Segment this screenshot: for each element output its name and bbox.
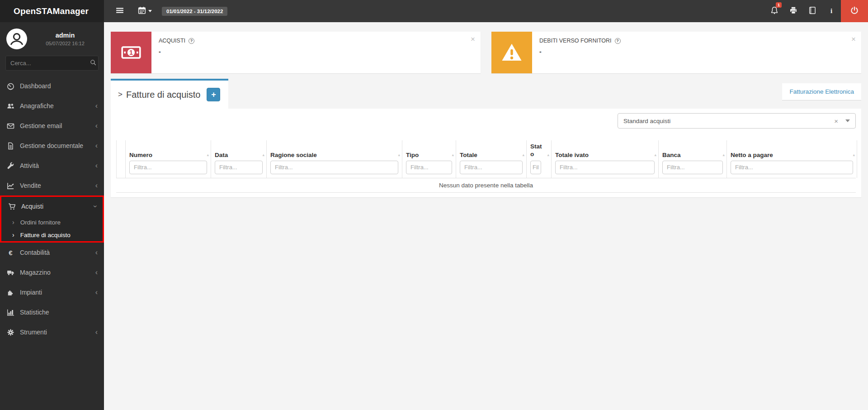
widget-debiti-verso-fornitori: DEBITI VERSO FORNITORI ? - ×: [491, 32, 861, 73]
main-content: 1 ACQUISTI ? - × DEBITI VERSO FORNITORI …: [104, 22, 868, 410]
sort-icon[interactable]: ▴: [398, 153, 400, 157]
logout-button[interactable]: [841, 0, 868, 22]
column-label: Ragione sociale: [270, 152, 398, 158]
filter-input-totale[interactable]: [460, 161, 523, 174]
sidebar-item-strumenti[interactable]: Strumenti ‹: [0, 322, 104, 342]
sidebar: admin 05/07/2022 16:12 Dashboard Anagraf…: [0, 22, 104, 410]
sidebar-item-label: Attività: [20, 162, 90, 169]
power-icon: [850, 6, 859, 16]
sidebar-subitem-label: Fatture di acquisto: [20, 232, 71, 238]
docs-button[interactable]: [803, 0, 822, 22]
widget-value: -: [539, 48, 621, 55]
chevron-left-icon: ‹: [95, 289, 98, 296]
sidebar-item-label: Impianti: [20, 289, 90, 296]
avatar[interactable]: [6, 29, 27, 49]
sidebar-item-statistiche[interactable]: Statistiche: [0, 302, 104, 322]
sort-icon[interactable]: ▴: [853, 153, 855, 157]
sort-icon[interactable]: ▴: [654, 153, 656, 157]
user-panel: admin 05/07/2022 16:12: [0, 22, 104, 54]
page-title: Fatture di acquisto: [126, 90, 201, 100]
column-numero: Numero ▴: [125, 140, 211, 178]
calendar-button[interactable]: [133, 0, 156, 22]
sort-icon[interactable]: ▴: [547, 153, 549, 157]
statistics-icon: [6, 309, 15, 316]
sidebar-item-label: Vendite: [20, 182, 90, 189]
sort-icon[interactable]: ▴: [207, 153, 209, 157]
search-icon[interactable]: [90, 59, 96, 67]
sidebar-item-vendite[interactable]: Vendite ‹: [0, 176, 104, 195]
sidebar-item-ordini-fornitore[interactable]: › Ordini fornitore: [1, 216, 103, 229]
column-banca: Banca ▴: [658, 140, 726, 178]
search-input[interactable]: [10, 60, 90, 67]
sidebar-item-dashboard[interactable]: Dashboard: [0, 76, 104, 96]
filter-input-ragione-sociale[interactable]: [270, 161, 398, 174]
sort-icon[interactable]: ▴: [522, 153, 524, 157]
fatturazione-elettronica-link[interactable]: Fatturazione Elettronica: [789, 88, 854, 95]
sidebar-toggle-button[interactable]: [110, 0, 129, 22]
caret-down-icon: [148, 10, 152, 12]
column-stato: Stato ▴: [526, 140, 551, 178]
sidebar-item-label: Strumenti: [20, 329, 90, 336]
sort-icon[interactable]: ▴: [262, 153, 264, 157]
sidebar-item-contabilita[interactable]: € Contabilità ‹: [0, 243, 104, 262]
calendar-icon: [138, 6, 146, 16]
warning-icon: [491, 32, 532, 73]
notifications-button[interactable]: 1: [765, 0, 784, 22]
chevron-left-icon: ‹: [95, 249, 98, 256]
bell-icon: [770, 6, 778, 16]
cart-icon: [8, 203, 16, 210]
widget-body: DEBITI VERSO FORNITORI ? -: [532, 32, 628, 73]
chevron-left-icon: ‹: [95, 122, 98, 129]
filter-input-totale-ivato[interactable]: [555, 161, 655, 174]
sidebar-item-fatture-di-acquisto[interactable]: › Fatture di acquisto: [1, 229, 103, 241]
column-totale: Totale ▴: [456, 140, 526, 178]
widget-title-row: ACQUISTI ?: [159, 38, 194, 44]
svg-text:1: 1: [129, 49, 133, 56]
app-logo[interactable]: OpenSTAManager: [0, 0, 104, 22]
filter-input-numero[interactable]: [129, 161, 207, 174]
caret-down-icon: [845, 119, 850, 122]
close-icon[interactable]: ×: [851, 35, 856, 43]
tab-fatturazione-elettronica[interactable]: Fatturazione Elettronica: [782, 83, 861, 100]
sidebar-item-label: Contabilità: [20, 249, 90, 256]
sidebar-item-gestione-documentale[interactable]: Gestione documentale ‹: [0, 136, 104, 156]
sidebar-item-magazzino[interactable]: Magazzino ‹: [0, 262, 104, 282]
info-button[interactable]: i: [822, 0, 841, 22]
clear-icon[interactable]: ×: [834, 117, 838, 125]
sidebar-item-acquisti[interactable]: Acquisti ›: [1, 197, 103, 216]
filter-preset-select[interactable]: Standard acquisti ×: [618, 113, 856, 129]
sidebar-nav: Dashboard Anagrafiche ‹ Gestione email ‹…: [0, 76, 104, 342]
money-bill-icon: 1: [111, 32, 151, 73]
filter-input-data[interactable]: [215, 161, 263, 174]
user-datetime: 05/07/2022 16:12: [32, 41, 99, 46]
topbar-right: 1 i: [765, 0, 868, 22]
sort-icon[interactable]: ▴: [452, 153, 454, 157]
print-button[interactable]: [784, 0, 803, 22]
add-invoice-button[interactable]: +: [207, 88, 220, 101]
help-icon[interactable]: ?: [189, 38, 194, 44]
tab-fatture-di-acquisto[interactable]: > Fatture di acquisto +: [111, 79, 228, 109]
user-name: admin: [32, 32, 99, 39]
invoices-table: Numero ▴ Data ▴ Ragione sociale ▴ Tipo ▴: [116, 140, 856, 193]
sidebar-item-anagrafiche[interactable]: Anagrafiche ‹: [0, 96, 104, 116]
filter-input-stato[interactable]: [530, 161, 541, 174]
sidebar-item-impianti[interactable]: Impianti ‹: [0, 282, 104, 302]
sidebar-item-label: Gestione documentale: [20, 142, 90, 149]
sidebar-item-gestione-email[interactable]: Gestione email ‹: [0, 116, 104, 136]
close-icon[interactable]: ×: [471, 35, 475, 43]
filter-input-tipo[interactable]: [406, 161, 452, 174]
topbar: OpenSTAManager 01/01/2022 - 31/12/2022 1: [0, 0, 868, 22]
filter-input-netto-a-pagare[interactable]: [731, 161, 853, 174]
chevron-left-icon: ‹: [95, 329, 98, 336]
chevron-down-icon: ›: [91, 205, 99, 207]
sort-icon[interactable]: ▴: [722, 153, 725, 157]
filter-input-banca[interactable]: [662, 161, 723, 174]
widget-value: -: [159, 48, 194, 55]
help-icon[interactable]: ?: [615, 38, 621, 44]
envelope-icon: [6, 122, 15, 130]
topbar-left: 01/01/2022 - 31/12/2022: [104, 0, 227, 22]
widget-acquisti: 1 ACQUISTI ? - ×: [111, 32, 481, 73]
sidebar-item-attivita[interactable]: Attività ‹: [0, 156, 104, 176]
date-range-badge[interactable]: 01/01/2022 - 31/12/2022: [162, 7, 227, 16]
sidebar-subitem-label: Ordini fornitore: [20, 219, 61, 226]
